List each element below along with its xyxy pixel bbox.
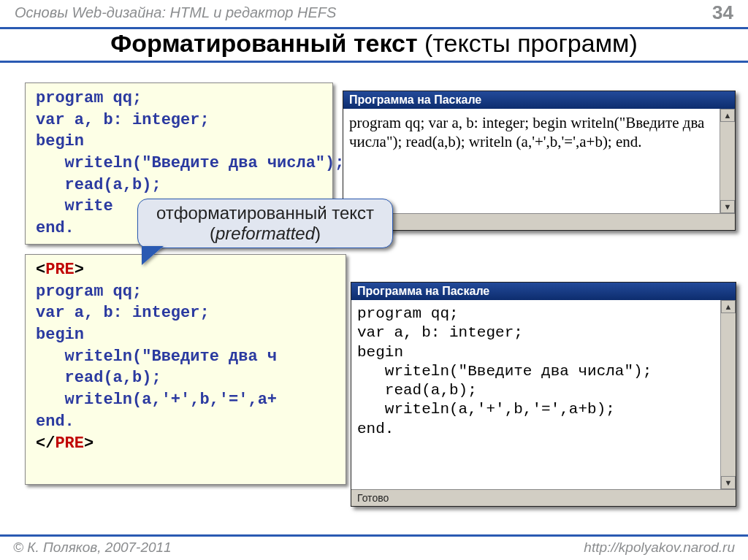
- callout-tail-icon: [142, 247, 163, 264]
- breadcrumb: Основы Web-дизайна: HTML и редактор HEFS: [15, 4, 336, 21]
- pre-open-gt: >: [75, 261, 84, 279]
- scroll-up-icon[interactable]: ▲: [720, 109, 735, 122]
- footer-url: http://kpolyakov.narod.ru: [584, 540, 735, 556]
- browser2-title: Программа на Паскале: [351, 283, 736, 300]
- browser-window-formatted: Программа на Паскале program qq; var a, …: [351, 282, 736, 507]
- browser2-status: Готово: [351, 489, 736, 506]
- browser1-title: Программа на Паскале: [343, 91, 735, 109]
- slide-title: Форматированный текст (тексты программ): [0, 25, 748, 63]
- callout-line1: отформатированный текст: [138, 203, 392, 223]
- pre-close-lt: </: [36, 434, 55, 453]
- page-number: 34: [712, 1, 733, 24]
- title-rest: (тексты программ): [418, 29, 638, 57]
- scroll-up-icon[interactable]: ▲: [721, 300, 736, 313]
- browser-window-unformatted: Программа на Паскале program qq; var a, …: [343, 91, 736, 231]
- browser1-scrollbar[interactable]: ▲ ▼: [720, 109, 735, 213]
- copyright: © К. Поляков, 2007-2011: [13, 540, 172, 556]
- scroll-down-icon[interactable]: ▼: [721, 476, 736, 489]
- code2-body: program qq; var a, b: integer; begin wri…: [36, 283, 277, 431]
- browser2-scrollbar[interactable]: ▲ ▼: [720, 300, 736, 489]
- pre-close-gt: >: [84, 434, 94, 453]
- browser1-status: ово: [343, 213, 735, 230]
- code-box-pre: <PRE> program qq; var a, b: integer; beg…: [25, 254, 346, 485]
- pre-open-lt: <: [36, 261, 45, 279]
- pre-close-tag: PRE: [55, 434, 84, 453]
- callout-bubble: отформатированный текст (preformatted): [137, 199, 393, 248]
- callout-line2: (preformatted): [138, 223, 392, 244]
- browser2-content: program qq; var a, b: integer; begin wri…: [351, 300, 720, 489]
- title-bold: Форматированный текст: [110, 29, 417, 57]
- footer-bar: © К. Поляков, 2007-2011 http://kpolyakov…: [0, 534, 748, 556]
- scroll-down-icon[interactable]: ▼: [720, 200, 735, 213]
- pre-open-tag: PRE: [45, 261, 75, 279]
- browser1-content: program qq; var a, b: integer; begin wri…: [343, 109, 720, 213]
